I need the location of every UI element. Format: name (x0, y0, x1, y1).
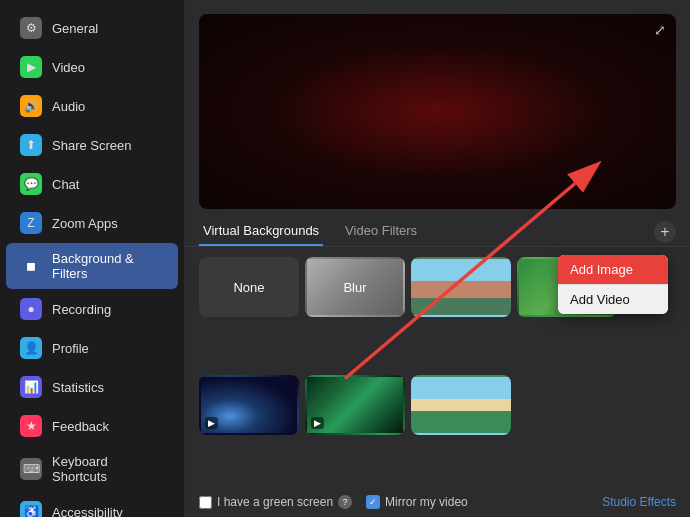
sidebar-item-accessibility[interactable]: ♿Accessibility (6, 493, 178, 517)
studio-effects-link[interactable]: Studio Effects (602, 495, 676, 509)
sidebar-label-statistics: Statistics (52, 380, 104, 395)
tab-virtual-backgrounds[interactable]: Virtual Backgrounds (199, 217, 323, 246)
expand-icon[interactable]: ⤢ (654, 22, 666, 38)
sidebar-label-recording: Recording (52, 302, 111, 317)
bg-item-golden-gate[interactable] (411, 257, 511, 317)
add-dropdown: Add ImageAdd Video (558, 255, 668, 314)
sidebar-item-general[interactable]: ⚙General (6, 9, 178, 47)
green-screen-label: I have a green screen (217, 495, 333, 509)
sidebar-item-keyboard-shortcuts[interactable]: ⌨Keyboard Shortcuts (6, 446, 178, 492)
mirror-checkbox[interactable]: ✓ (366, 495, 380, 509)
sidebar-item-chat[interactable]: 💬Chat (6, 165, 178, 203)
sidebar-label-feedback: Feedback (52, 419, 109, 434)
plus-icon: + (660, 223, 669, 241)
bg-item-aurora[interactable]: ▶ (305, 375, 405, 435)
sidebar-label-general: General (52, 21, 98, 36)
audio-icon: 🔊 (20, 95, 42, 117)
video-badge-icon: ▶ (311, 417, 324, 429)
recording-icon: ● (20, 298, 42, 320)
feedback-icon: ★ (20, 415, 42, 437)
dropdown-add-image[interactable]: Add Image (558, 255, 668, 285)
sidebar-label-zoom-apps: Zoom Apps (52, 216, 118, 231)
sidebar-label-profile: Profile (52, 341, 89, 356)
green-screen-checkbox[interactable] (199, 496, 212, 509)
dropdown-add-video[interactable]: Add Video (558, 285, 668, 314)
sidebar-item-video[interactable]: ▶Video (6, 48, 178, 86)
sidebar-item-profile[interactable]: 👤Profile (6, 329, 178, 367)
sidebar-item-recording[interactable]: ●Recording (6, 290, 178, 328)
mirror-label: Mirror my video (385, 495, 468, 509)
video-badge-icon: ▶ (205, 417, 218, 429)
profile-icon: 👤 (20, 337, 42, 359)
sidebar-label-video: Video (52, 60, 85, 75)
sidebar-item-feedback[interactable]: ★Feedback (6, 407, 178, 445)
sidebar-item-background-filters[interactable]: ◼Background & Filters (6, 243, 178, 289)
accessibility-icon: ♿ (20, 501, 42, 517)
bg-item-none[interactable]: None (199, 257, 299, 317)
video-preview: ⤢ (199, 14, 676, 209)
share-screen-icon: ⬆ (20, 134, 42, 156)
mirror-option[interactable]: ✓ Mirror my video (366, 495, 468, 509)
statistics-icon: 📊 (20, 376, 42, 398)
footer-bar: I have a green screen ? ✓ Mirror my vide… (185, 487, 690, 517)
sidebar-item-audio[interactable]: 🔊Audio (6, 87, 178, 125)
zoom-apps-icon: Z (20, 212, 42, 234)
sidebar-label-keyboard-shortcuts: Keyboard Shortcuts (52, 454, 164, 484)
green-screen-help-icon[interactable]: ? (338, 495, 352, 509)
tabs-bar: Virtual BackgroundsVideo Filters + Add I… (185, 217, 690, 247)
sidebar-label-audio: Audio (52, 99, 85, 114)
sidebar-item-statistics[interactable]: 📊Statistics (6, 368, 178, 406)
sidebar-item-zoom-apps[interactable]: ZZoom Apps (6, 204, 178, 242)
mirror-check-icon: ✓ (369, 497, 377, 507)
sidebar-label-share-screen: Share Screen (52, 138, 132, 153)
video-icon: ▶ (20, 56, 42, 78)
bg-item-space[interactable]: ▶ (199, 375, 299, 435)
sidebar-label-background-filters: Background & Filters (52, 251, 164, 281)
bg-item-blur[interactable]: Blur (305, 257, 405, 317)
bg-item-beach[interactable] (411, 375, 511, 435)
sidebar-label-accessibility: Accessibility (52, 505, 123, 518)
general-icon: ⚙ (20, 17, 42, 39)
keyboard-shortcuts-icon: ⌨ (20, 458, 42, 480)
sidebar-item-share-screen[interactable]: ⬆Share Screen (6, 126, 178, 164)
chat-icon: 💬 (20, 173, 42, 195)
sidebar: ⚙General▶Video🔊Audio⬆Share Screen💬ChatZZ… (0, 0, 185, 517)
sidebar-label-chat: Chat (52, 177, 79, 192)
add-background-button[interactable]: + Add ImageAdd Video (654, 221, 676, 243)
main-content: ⤢ Virtual BackgroundsVideo Filters + Add… (185, 0, 690, 517)
green-screen-option[interactable]: I have a green screen ? (199, 495, 352, 509)
tab-video-filters[interactable]: Video Filters (341, 217, 421, 246)
background-filters-icon: ◼ (20, 255, 42, 277)
